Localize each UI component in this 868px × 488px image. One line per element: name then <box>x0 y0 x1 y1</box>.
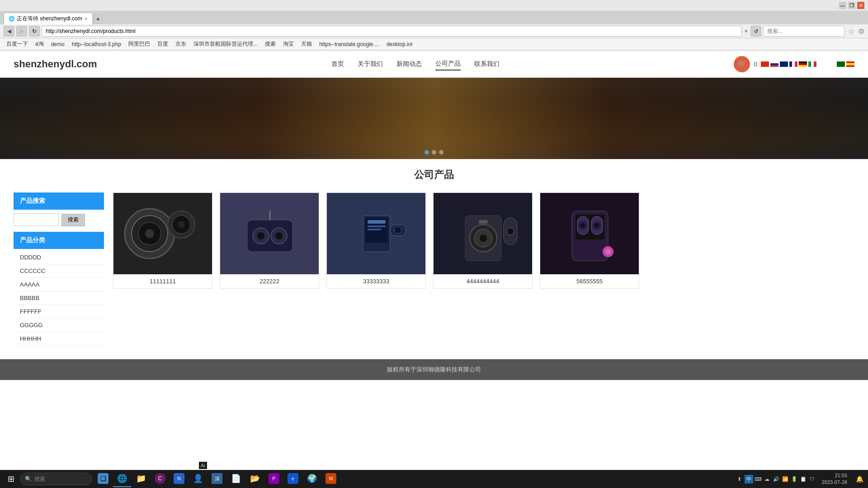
bookmark-localhost[interactable]: http--localhost-3.php <box>69 41 124 48</box>
tab-label: 正在等待 shenzhenydl.com <box>17 15 82 23</box>
product-name-2: 222222 <box>220 274 319 288</box>
address-bar[interactable] <box>42 26 742 37</box>
taskbar-document-d[interactable]: 📄 <box>227 471 245 487</box>
taskbar-clock[interactable]: 21:55 2023-07-28 <box>819 472 850 486</box>
lang-de-flag[interactable] <box>799 61 807 67</box>
products-area: 11111111 <box>113 192 854 346</box>
nav-about[interactable]: 关于我们 <box>358 58 383 70</box>
tray-zh-indicator[interactable]: 中 <box>745 475 753 483</box>
nav-products[interactable]: 公司产品 <box>435 58 461 70</box>
taskbar-folder-d[interactable]: 📂 <box>246 471 264 487</box>
lang-ru-flag[interactable] <box>770 61 778 67</box>
bookmark-tianmao[interactable]: 天猫 <box>298 40 315 48</box>
settings-icon[interactable]: ⚙ <box>858 27 864 36</box>
taskbar-file-manager[interactable]: 📁 <box>132 471 150 487</box>
product-image-1 <box>113 193 212 274</box>
cart-button[interactable]: 🛒 <box>734 56 750 72</box>
tray-battery[interactable]: 🔋 <box>790 475 798 483</box>
taskbar-macromedia[interactable]: M <box>322 471 340 487</box>
category-item-ffffff[interactable]: FFFFFF <box>14 305 104 319</box>
taskbar-search[interactable]: 🔍 搜索 <box>20 473 92 485</box>
tray-security[interactable]: 🛡 <box>808 475 816 483</box>
nav-contact[interactable]: 联系我们 <box>474 58 500 70</box>
tray-clipboard[interactable]: 📋 <box>799 475 807 483</box>
bookmark-taobao[interactable]: 淘宝 <box>280 40 297 48</box>
content-layout: 产品搜索 搜索 产品分类 DDDDD CCCCCC AAAAA BBBBB FF… <box>14 192 854 346</box>
product-name-4: 4444444444 <box>434 274 532 288</box>
product-card-5[interactable]: 56555555 <box>540 192 639 289</box>
hero-dot-1[interactable] <box>425 150 429 155</box>
category-item-ddddd[interactable]: DDDDD <box>14 251 104 264</box>
product-card-2[interactable]: 222222 <box>220 192 319 289</box>
close-button[interactable]: ✕ <box>857 2 864 9</box>
ai-indicator: Ai <box>199 462 207 469</box>
bookmark-shenzhen-shipping[interactable]: 深圳市首航国际货运代理... <box>191 40 260 48</box>
category-item-hhhhh[interactable]: HHHHH <box>14 332 104 346</box>
taskbar-centos[interactable]: C <box>151 471 169 487</box>
lang-it-flag[interactable] <box>808 61 816 67</box>
nav-home[interactable]: 首页 <box>331 58 344 70</box>
notification-button[interactable]: 🔔 <box>853 471 866 487</box>
language-flags <box>761 61 854 67</box>
lang-ko-flag[interactable] <box>827 61 835 67</box>
taskbar-ie[interactable]: e <box>284 471 302 487</box>
hero-dot-2[interactable] <box>432 150 436 155</box>
hero-dot-3[interactable] <box>439 150 443 155</box>
category-item-aaaaa[interactable]: AAAAA <box>14 278 104 291</box>
taskbar-shenzhen-app[interactable]: 深 <box>208 471 226 487</box>
browser-nav-bar: ◀ ▶ ↻ ▼ ↺ ☆ ⚙ <box>0 24 868 38</box>
bookmark-google-translate[interactable]: https--translate.google.... <box>316 41 382 48</box>
taskbar-task-view[interactable]: ❑ <box>94 471 112 487</box>
tray-weather[interactable]: ☁ <box>763 475 771 483</box>
tray-volume[interactable]: 🔊 <box>772 475 780 483</box>
tray-keyboard[interactable]: ⌨ <box>754 475 762 483</box>
taskbar-phpstudio[interactable]: P <box>265 471 283 487</box>
reload-button[interactable]: ↺ <box>750 26 761 37</box>
tray-up-arrow[interactable]: ⬆ <box>736 475 744 483</box>
bookmark-desktop-ini[interactable]: desktop.ini <box>384 41 415 48</box>
tab-close-icon[interactable]: ✕ <box>84 16 88 21</box>
product-card-3[interactable]: 33333333 <box>326 192 426 289</box>
bookmark-demo[interactable]: demo <box>48 41 67 48</box>
taskbar-right: ⬆ 中 ⌨ ☁ 🔊 📶 🔋 📋 🛡 21:55 2023-07-28 🔔 <box>736 471 866 487</box>
product-search-input[interactable] <box>14 213 59 226</box>
taskbar-navicat[interactable]: N <box>170 471 188 487</box>
svg-point-27 <box>480 235 487 242</box>
taskbar-shenzhen-web[interactable]: 🌍 <box>303 471 321 487</box>
product-search-button[interactable]: 搜索 <box>61 214 85 226</box>
category-item-bbbbb[interactable]: BBBBB <box>14 291 104 305</box>
product-name-1: 11111111 <box>113 274 212 288</box>
category-item-ggggg[interactable]: GGGGG <box>14 319 104 332</box>
taskbar-chrome[interactable]: 🌐 <box>113 471 131 487</box>
lang-fr-flag[interactable] <box>789 61 797 67</box>
category-item-cccccc[interactable]: CCCCCC <box>14 264 104 278</box>
bookmark-search[interactable]: 搜索 <box>262 40 278 48</box>
lang-cn-flag[interactable] <box>761 61 769 67</box>
bookmark-alibaba[interactable]: 阿里巴巴 <box>126 40 153 48</box>
bookmark-a-tao[interactable]: a淘 <box>33 40 47 48</box>
lang-pt-flag[interactable] <box>837 61 845 67</box>
bookmark-star-icon[interactable]: ☆ <box>848 27 854 36</box>
start-button[interactable]: ⊞ <box>2 471 20 487</box>
lang-es-flag[interactable] <box>846 61 854 67</box>
product-card-1[interactable]: 11111111 <box>113 192 212 289</box>
taskbar-sysuser[interactable]: 👤 <box>189 471 207 487</box>
browser-tab-active[interactable]: 🌐 正在等待 shenzhenydl.com ✕ <box>4 13 93 24</box>
back-button[interactable]: ◀ <box>4 26 14 37</box>
product-image-5 <box>540 193 639 274</box>
tray-network[interactable]: 📶 <box>781 475 789 483</box>
lang-jp-flag[interactable] <box>818 61 826 67</box>
browser-search-input[interactable] <box>763 26 844 37</box>
site-nav: 首页 关于我们 新闻动态 公司产品 联系我们 <box>331 58 500 70</box>
refresh-button[interactable]: ↻ <box>29 26 40 37</box>
new-tab-button[interactable]: + <box>94 14 103 23</box>
nav-news[interactable]: 新闻动态 <box>396 58 422 70</box>
bookmark-baiduyixia[interactable]: 百度一下 <box>4 40 31 48</box>
minimize-button[interactable]: — <box>839 2 846 9</box>
product-card-4[interactable]: 4444444444 <box>433 192 533 289</box>
bookmark-jingdong[interactable]: 京东 <box>173 40 189 48</box>
bookmark-baidu[interactable]: 百度 <box>155 40 171 48</box>
restore-button[interactable]: ❐ <box>848 2 855 9</box>
forward-button[interactable]: ▶ <box>16 26 27 37</box>
lang-en-flag[interactable] <box>780 61 788 67</box>
